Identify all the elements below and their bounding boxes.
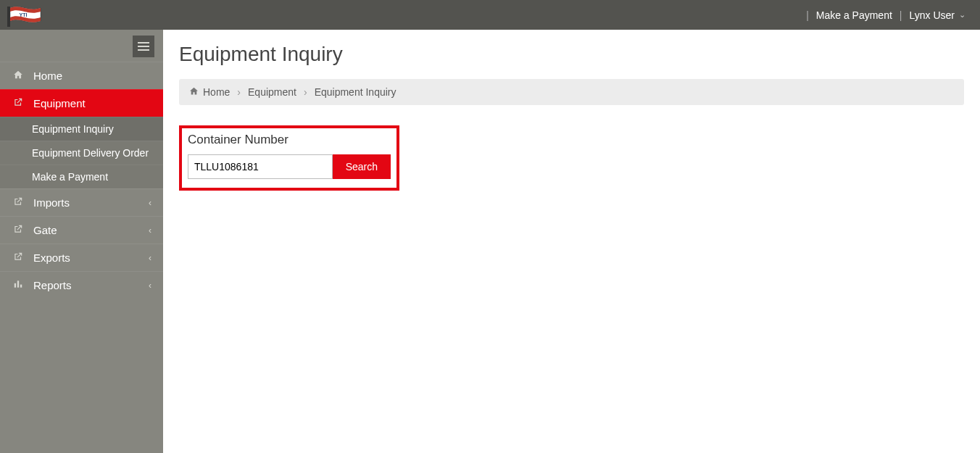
external-link-icon (12, 196, 25, 209)
svg-text:YTI: YTI (20, 12, 28, 17)
breadcrumb-separator: › (237, 86, 241, 98)
sidebar-item-label: Equipment (33, 97, 151, 109)
breadcrumb-equipment[interactable]: Equipment (248, 86, 296, 98)
home-icon (189, 86, 199, 98)
sidebar-item-reports[interactable]: Reports ‹ (0, 271, 163, 299)
sidebar-toggle-button[interactable] (133, 36, 154, 57)
make-a-payment-link[interactable]: Make a Payment (816, 9, 892, 21)
breadcrumb-current: Equipment Inquiry (315, 86, 396, 98)
chevron-down-icon: ⌄ (959, 10, 966, 20)
sidebar-item-equipment[interactable]: Equipment (0, 89, 163, 117)
sidebar-subitem-equipment-delivery-order[interactable]: Equipment Delivery Order (0, 141, 163, 165)
external-link-icon (12, 252, 25, 264)
container-search-panel: Container Number Search (179, 125, 399, 191)
sidebar-item-label: Exports (33, 252, 149, 264)
external-link-icon (12, 97, 25, 109)
main-content: Equipment Inquiry Home › Equipment › Equ… (163, 30, 980, 453)
bar-chart-icon (12, 279, 25, 291)
container-number-input[interactable] (188, 154, 333, 179)
page-title: Equipment Inquiry (179, 43, 964, 66)
sidebar-item-label: Home (33, 70, 151, 82)
sidebar-item-label: Reports (33, 279, 149, 291)
chevron-left-icon: ‹ (149, 253, 151, 263)
breadcrumb-home[interactable]: Home (203, 86, 230, 98)
topbar-divider: | (806, 9, 809, 21)
chevron-left-icon: ‹ (149, 225, 151, 236)
brand-flag-logo: YTI (6, 5, 42, 28)
user-dropdown[interactable]: Lynx User ⌄ (909, 9, 966, 21)
search-button[interactable]: Search (333, 154, 391, 179)
sidebar-item-label: Gate (33, 224, 149, 236)
svg-rect-2 (14, 283, 16, 288)
sidebar-subitem-make-a-payment[interactable]: Make a Payment (0, 165, 163, 188)
sidebar-item-gate[interactable]: Gate ‹ (0, 216, 163, 244)
svg-rect-3 (17, 280, 19, 287)
topbar: YTI | Make a Payment | Lynx User ⌄ (0, 0, 980, 30)
sidebar-item-imports[interactable]: Imports ‹ (0, 188, 163, 216)
svg-rect-4 (20, 285, 22, 288)
sidebar-item-exports[interactable]: Exports ‹ (0, 244, 163, 271)
breadcrumb: Home › Equipment › Equipment Inquiry (179, 79, 964, 105)
sidebar-subitem-equipment-inquiry[interactable]: Equipment Inquiry (0, 117, 163, 141)
chevron-left-icon: ‹ (149, 198, 151, 208)
sidebar: Home Equipment Equipment Inquiry Equipme… (0, 30, 163, 453)
home-icon (12, 70, 25, 82)
topbar-divider: | (900, 9, 902, 21)
external-link-icon (12, 224, 25, 236)
user-label: Lynx User (909, 9, 955, 21)
chevron-left-icon: ‹ (149, 280, 151, 291)
breadcrumb-separator: › (304, 86, 307, 98)
container-number-label: Container Number (188, 133, 391, 147)
svg-marker-0 (7, 7, 10, 27)
sidebar-item-home[interactable]: Home (0, 62, 163, 89)
sidebar-item-label: Imports (33, 196, 149, 209)
